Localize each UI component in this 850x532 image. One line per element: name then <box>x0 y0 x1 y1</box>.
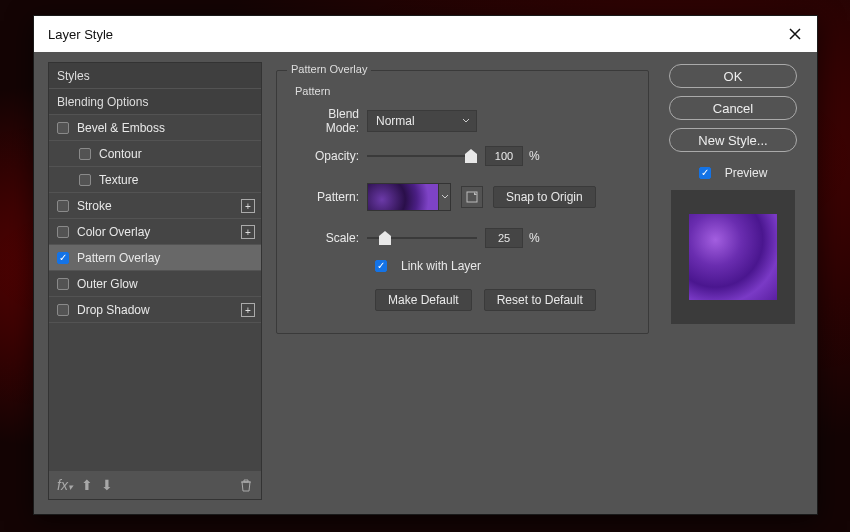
opacity-field[interactable]: 100 <box>485 146 523 166</box>
reset-default-button[interactable]: Reset to Default <box>484 289 596 311</box>
checkbox-icon[interactable] <box>57 200 69 212</box>
chevron-down-icon <box>462 117 470 125</box>
blend-mode-row: Blend Mode: Normal <box>295 107 630 135</box>
style-drop-shadow[interactable]: Drop Shadow+ <box>49 297 261 323</box>
checkbox-icon[interactable] <box>57 304 69 316</box>
checkbox-icon[interactable] <box>57 252 69 264</box>
checkbox-icon[interactable] <box>375 260 387 272</box>
chevron-down-icon[interactable] <box>439 183 451 211</box>
style-contour[interactable]: Contour <box>49 141 261 167</box>
checkbox-icon[interactable] <box>79 174 91 186</box>
fx-icon[interactable]: fx▾ <box>57 477 73 493</box>
opacity-row: Opacity: 100 % <box>295 145 630 167</box>
checkbox-icon[interactable] <box>57 226 69 238</box>
add-icon[interactable]: + <box>241 225 255 239</box>
checkbox-icon[interactable] <box>57 122 69 134</box>
fieldset-legend: Pattern Overlay <box>287 63 371 75</box>
dialog-buttons: OK Cancel New Style... Preview <box>663 62 803 500</box>
scale-row: Scale: 25 % <box>295 227 630 249</box>
pattern-row: Pattern: Snap to Origin <box>295 183 630 211</box>
preview-label: Preview <box>725 166 768 180</box>
close-icon[interactable] <box>787 26 803 42</box>
new-preset-icon[interactable] <box>461 186 483 208</box>
checkbox-icon[interactable] <box>79 148 91 160</box>
style-pattern-overlay[interactable]: Pattern Overlay <box>49 245 261 271</box>
style-color-overlay[interactable]: Color Overlay+ <box>49 219 261 245</box>
blending-options[interactable]: Blending Options <box>49 89 261 115</box>
dialog-body: Styles Blending Options Bevel & Emboss C… <box>34 52 817 514</box>
preview-box <box>671 190 795 324</box>
make-default-button[interactable]: Make Default <box>375 289 472 311</box>
ok-button[interactable]: OK <box>669 64 797 88</box>
new-style-button[interactable]: New Style... <box>669 128 797 152</box>
default-buttons: Make Default Reset to Default <box>375 289 630 311</box>
opacity-slider[interactable] <box>367 145 477 167</box>
link-with-layer-row: Link with Layer <box>375 259 630 273</box>
add-icon[interactable]: + <box>241 303 255 317</box>
pattern-overlay-panel: Pattern Overlay Pattern Blend Mode: Norm… <box>276 62 649 500</box>
opacity-label: Opacity: <box>295 149 367 163</box>
blend-mode-dropdown[interactable]: Normal <box>367 110 477 132</box>
style-texture[interactable]: Texture <box>49 167 261 193</box>
pattern-overlay-fieldset: Pattern Overlay Pattern Blend Mode: Norm… <box>276 70 649 334</box>
dialog-title: Layer Style <box>48 27 113 42</box>
scale-field[interactable]: 25 <box>485 228 523 248</box>
pattern-label: Pattern: <box>295 190 367 204</box>
checkbox-icon[interactable] <box>57 278 69 290</box>
preview-swatch <box>689 214 777 300</box>
style-bevel-emboss[interactable]: Bevel & Emboss <box>49 115 261 141</box>
scale-slider[interactable] <box>367 227 477 249</box>
scale-label: Scale: <box>295 231 367 245</box>
checkbox-icon[interactable] <box>699 167 711 179</box>
add-icon[interactable]: + <box>241 199 255 213</box>
arrow-down-icon[interactable]: ⬇ <box>101 477 113 493</box>
pattern-subtitle: Pattern <box>295 85 630 97</box>
snap-to-origin-button[interactable]: Snap to Origin <box>493 186 596 208</box>
titlebar: Layer Style <box>34 16 817 52</box>
arrow-up-icon[interactable]: ⬆ <box>81 477 93 493</box>
styles-header[interactable]: Styles <box>49 63 261 89</box>
style-stroke[interactable]: Stroke+ <box>49 193 261 219</box>
styles-list: Styles Blending Options Bevel & Emboss C… <box>48 62 262 500</box>
style-outer-glow[interactable]: Outer Glow <box>49 271 261 297</box>
layer-style-dialog: Layer Style Styles Blending Options Beve… <box>33 15 818 515</box>
cancel-button[interactable]: Cancel <box>669 96 797 120</box>
trash-icon[interactable] <box>239 478 253 492</box>
styles-footer: fx▾ ⬆ ⬇ <box>49 471 261 499</box>
preview-row: Preview <box>699 166 768 180</box>
link-with-layer-label: Link with Layer <box>401 259 481 273</box>
blend-mode-label: Blend Mode: <box>295 107 367 135</box>
pattern-swatch[interactable] <box>367 183 439 211</box>
